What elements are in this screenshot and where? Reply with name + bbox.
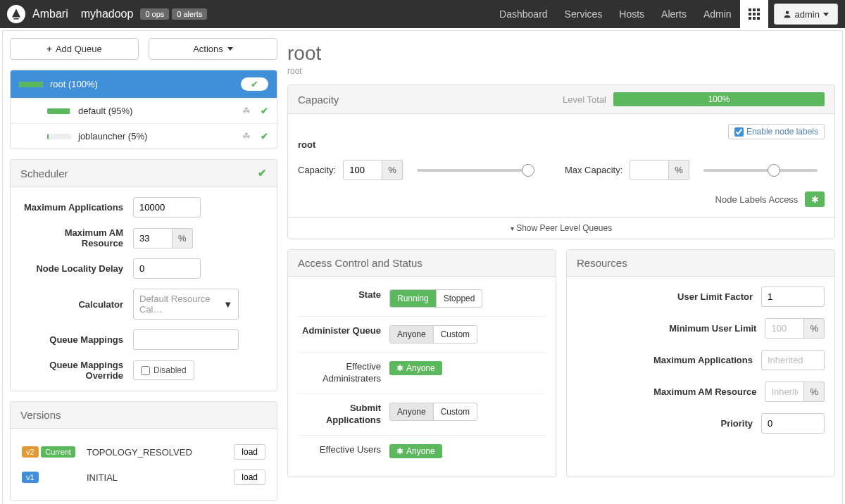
top-navbar: Ambari myhadoop 0 ops 0 alerts Dashboard… (0, 0, 845, 28)
node-labels-access-button[interactable]: ✱ (805, 191, 825, 207)
peer-queues-toggle[interactable]: ▾ Show Peer Level Queues (288, 217, 834, 239)
version-tag: v2 (22, 446, 39, 458)
nav-hosts[interactable]: Hosts (611, 0, 653, 28)
user-icon (783, 10, 791, 18)
svg-rect-2 (757, 8, 760, 11)
level-total-bar: 100% (613, 92, 825, 106)
calculator-select[interactable]: Default Resource Cal…▼ (133, 289, 239, 320)
alerts-badge[interactable]: 0 alerts (172, 8, 207, 20)
queue-label: default (95%) (78, 106, 242, 116)
svg-rect-3 (749, 13, 751, 15)
capacity-title: Capacity (298, 94, 339, 106)
min-user-limit-input[interactable] (765, 318, 804, 339)
node-labels-access-label: Node Labels Access (715, 194, 799, 205)
capacity-slider[interactable] (417, 169, 531, 172)
capacity-input[interactable] (343, 160, 382, 180)
svg-rect-1 (753, 8, 756, 11)
acl-panel: Access Control and Status State RunningS… (287, 249, 556, 477)
nav-dashboard[interactable]: Dashboard (491, 0, 556, 28)
anyone-tag: ✱Anyone (389, 444, 442, 458)
max-am-input[interactable] (133, 228, 173, 248)
admin-user-label: admin (795, 9, 820, 20)
resources-title: Resources (577, 257, 627, 269)
versions-panel: Versions v2 Current TOPOLOGY_RESOLVED lo… (10, 401, 277, 501)
leaf-icon: ☘ (242, 131, 251, 141)
svg-point-9 (785, 11, 789, 15)
ambari-logo (7, 5, 25, 23)
override-checkbox[interactable]: Disabled (133, 360, 194, 380)
current-tag: Current (41, 446, 75, 458)
queue-tree: root (100%) ✔ default (95%) ☘ ✔ joblaunc… (10, 70, 277, 149)
max-capacity-slider[interactable] (703, 169, 818, 172)
priority-label: Priority (577, 418, 761, 429)
nav-alerts[interactable]: Alerts (653, 0, 695, 28)
ops-badge[interactable]: 0 ops (140, 8, 169, 20)
res-max-am-label: Maximum AM Resource (577, 386, 765, 397)
check-icon: ✔ (261, 106, 268, 116)
calculator-label: Calculator (20, 299, 133, 310)
res-max-am-input[interactable] (765, 382, 804, 402)
svg-rect-6 (749, 17, 751, 20)
scheduler-title: Scheduler (20, 168, 68, 179)
actions-button[interactable]: Actions (149, 38, 277, 60)
user-limit-factor-label: User Limit Factor (577, 291, 761, 302)
capacity-queue-name: root (298, 139, 825, 150)
page-title: root (287, 38, 835, 66)
max-apps-input[interactable] (133, 197, 201, 218)
caret-down-icon (227, 47, 233, 51)
version-row: v2 Current TOPOLOGY_RESOLVED load (22, 440, 265, 464)
anyone-tag: ✱Anyone (389, 361, 442, 375)
svg-rect-7 (753, 17, 756, 20)
svg-rect-5 (757, 13, 760, 15)
res-max-apps-label: Maximum Applications (577, 355, 761, 365)
node-locality-label: Node Locality Delay (20, 263, 133, 274)
queue-mappings-override-label: Queue Mappings Override (20, 360, 133, 381)
versions-title: Versions (20, 409, 61, 421)
queue-label: root (100%) (50, 79, 241, 89)
load-button[interactable]: load (234, 470, 265, 485)
acl-title: Access Control and Status (298, 257, 423, 269)
res-max-apps-input[interactable] (761, 350, 825, 370)
caret-down-icon (823, 13, 829, 16)
node-locality-input[interactable] (133, 258, 201, 279)
version-tag: v1 (22, 472, 39, 483)
actions-label: Actions (193, 44, 223, 54)
resources-panel: Resources User Limit Factor Minimum User… (566, 249, 835, 477)
add-queue-button[interactable]: + Add Queue (10, 38, 139, 60)
load-button[interactable]: load (234, 444, 265, 460)
level-total-label: Level Total (563, 94, 606, 105)
max-capacity-label: Max Capacity: (565, 165, 622, 175)
min-user-limit-label: Minimum User Limit (577, 323, 765, 334)
queue-mappings-label: Queue Mappings (20, 334, 133, 345)
check-icon: ✔ (261, 131, 268, 141)
queue-row-root[interactable]: root (100%) ✔ (11, 70, 277, 98)
percent-addon: % (173, 228, 193, 248)
svg-rect-4 (753, 13, 756, 15)
max-capacity-input[interactable] (630, 160, 669, 180)
breadcrumb: root (287, 66, 835, 76)
admin-user-button[interactable]: admin (774, 4, 838, 25)
svg-rect-0 (749, 8, 751, 11)
check-icon: ✔ (258, 167, 267, 179)
submit-apps-label: Submit Applications (298, 403, 389, 427)
svg-rect-8 (757, 17, 760, 20)
plus-icon: + (46, 44, 52, 54)
brand-label: Ambari (32, 8, 68, 20)
check-icon: ✔ (241, 77, 268, 91)
queue-mappings-input[interactable] (133, 329, 239, 350)
nav-admin[interactable]: Admin (695, 0, 740, 28)
priority-input[interactable] (761, 413, 825, 434)
state-toggle[interactable]: RunningStopped (389, 289, 482, 308)
leaf-icon: ☘ (242, 106, 251, 116)
cluster-name[interactable]: myhadoop (81, 8, 134, 20)
user-limit-factor-input[interactable] (761, 286, 825, 307)
queue-row-joblauncher[interactable]: joblauncher (5%) ☘ ✔ (11, 123, 277, 149)
capacity-panel: Capacity Level Total 100% Enable node la… (287, 84, 835, 239)
admin-queue-toggle[interactable]: AnyoneCustom (389, 325, 477, 344)
submit-apps-toggle[interactable]: AnyoneCustom (389, 403, 477, 421)
capacity-label: Capacity: (298, 165, 336, 175)
apps-grid-button[interactable] (740, 0, 768, 28)
nav-services[interactable]: Services (556, 0, 611, 28)
enable-node-labels-toggle[interactable]: Enable node labels (728, 124, 825, 139)
queue-row-default[interactable]: default (95%) ☘ ✔ (11, 98, 277, 123)
